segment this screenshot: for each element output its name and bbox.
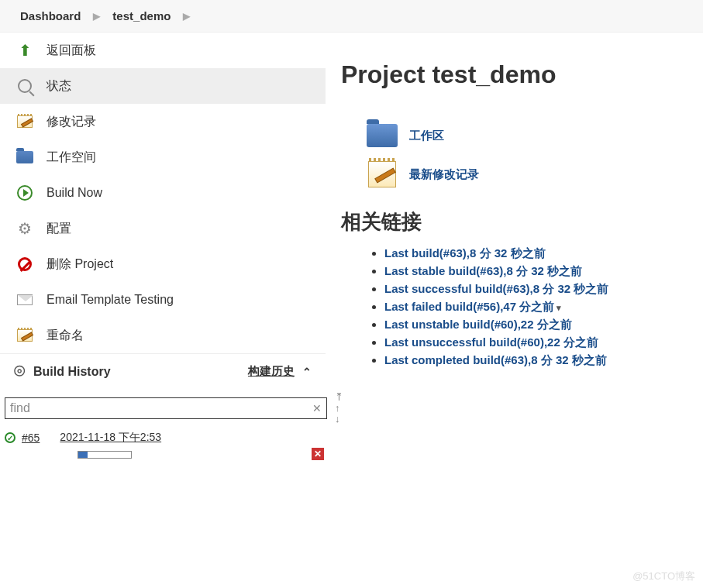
up-arrow-icon: ⬆ [14, 41, 36, 60]
breadcrumb-project[interactable]: test_demo [108, 8, 175, 24]
permalink-last-stable[interactable]: Last stable build(#63),8 分 32 秒之前 [384, 264, 582, 277]
page-title: Project test_demo [341, 60, 680, 89]
gear-icon: ⚙ [14, 219, 36, 238]
folder-icon [364, 120, 400, 151]
permalink-last-unstable[interactable]: Last unstable build(#60),22 分之前 [384, 318, 572, 331]
breadcrumb-dashboard[interactable]: Dashboard [16, 8, 85, 24]
sidebar-item-delete[interactable]: 删除 Project [0, 246, 326, 282]
folder-icon [14, 148, 36, 167]
sidebar: ⬆ 返回面板 状态 修改记录 工作空间 Build Now ⚙ 配置 删除 Pr… [0, 33, 326, 461]
cancel-build-button[interactable]: ✕ [312, 448, 324, 460]
sidebar-item-email-template[interactable]: Email Template Testing [0, 282, 326, 318]
find-input-wrapper: ✕ [5, 397, 327, 419]
clear-icon[interactable]: ✕ [312, 402, 322, 414]
search-icon [14, 77, 36, 95]
sidebar-item-label: 修改记录 [47, 114, 96, 130]
sidebar-item-label: 状态 [47, 78, 71, 95]
permalink-last-unsuccessful[interactable]: Last unsuccessful build(#60),22 分之前 [384, 335, 598, 349]
chevron-up-icon: ⌃ [302, 366, 312, 378]
permalinks-heading: 相关链接 [341, 208, 680, 236]
sidebar-item-rename[interactable]: 重命名 [0, 318, 326, 353]
workspace-link-row: 工作区 [364, 120, 680, 151]
permalink-last-build[interactable]: Last build(#63),8 分 32 秒之前 [384, 246, 546, 260]
permalink-last-failed[interactable]: Last failed build(#56),47 分之前 [384, 300, 561, 313]
breadcrumb: Dashboard ▶ test_demo ▶ [0, 0, 703, 33]
workspace-link[interactable]: 工作区 [409, 129, 444, 143]
mail-icon [14, 291, 36, 309]
build-history-subtitle: 构建历史 [248, 364, 295, 379]
notepad-icon [364, 159, 400, 190]
no-entry-icon [14, 255, 36, 273]
build-date-link[interactable]: 2021-11-18 下午2:53 [60, 431, 161, 445]
sidebar-item-status[interactable]: 状态 [0, 68, 326, 104]
build-number-link[interactable]: #65 [22, 432, 40, 444]
sidebar-item-changes[interactable]: 修改记录 [0, 104, 326, 139]
build-now-icon [14, 184, 36, 202]
sidebar-item-label: 重命名 [47, 328, 84, 344]
sidebar-item-workspace[interactable]: 工作空间 [0, 139, 326, 175]
sidebar-item-configure[interactable]: ⚙ 配置 [0, 211, 326, 246]
chevron-right-icon: ▶ [183, 11, 190, 22]
sidebar-item-label: 配置 [47, 221, 71, 237]
chevron-right-icon: ▶ [93, 11, 100, 22]
sidebar-item-back[interactable]: ⬆ 返回面板 [0, 33, 326, 68]
find-input[interactable] [10, 401, 312, 415]
sidebar-item-label: Email Template Testing [47, 293, 174, 307]
build-history-header[interactable]: ⦾ Build History 构建历史 ⌃ [0, 353, 326, 389]
sidebar-item-build-now[interactable]: Build Now [0, 175, 326, 211]
sidebar-item-label: 工作空间 [47, 150, 96, 166]
build-status-icon: ✓ [5, 432, 16, 443]
notepad-icon [14, 112, 36, 131]
sidebar-item-label: 返回面板 [47, 43, 96, 59]
changes-link[interactable]: 最新修改记录 [409, 167, 479, 182]
sidebar-item-label: Build Now [47, 186, 102, 200]
sidebar-item-label: 删除 Project [47, 256, 113, 273]
trend-icon: ⦾ [14, 363, 22, 380]
permalink-last-completed[interactable]: Last completed build(#63),8 分 32 秒之前 [384, 353, 607, 366]
build-row: ✓ #65 2021-11-18 下午2:53 [0, 425, 326, 446]
permalink-last-successful[interactable]: Last successful build(#63),8 分 32 秒之前 [384, 282, 608, 295]
notepad-icon [14, 326, 36, 345]
main-content: Project test_demo 工作区 最新修改记录 相关链接 Last b… [326, 33, 703, 461]
build-history-title: Build History [33, 365, 248, 379]
permalinks-list: Last build(#63),8 分 32 秒之前 Last stable b… [384, 246, 680, 368]
build-progress-bar [78, 451, 132, 459]
changes-link-row: 最新修改记录 [364, 159, 680, 190]
